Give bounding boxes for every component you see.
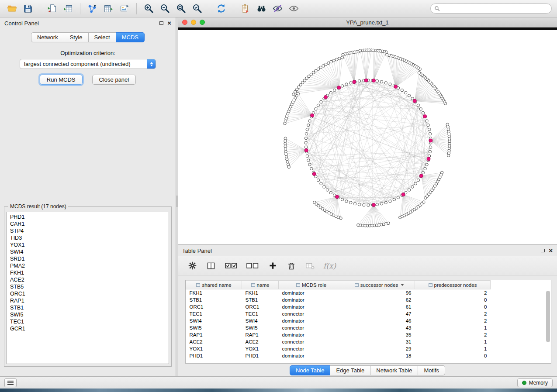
table-row[interactable]: ORC1ORC1dominator610 bbox=[186, 303, 491, 310]
network-node[interactable] bbox=[387, 222, 390, 224]
network-node[interactable] bbox=[284, 145, 287, 148]
list-item[interactable]: STB1 bbox=[10, 304, 166, 311]
network-node[interactable] bbox=[317, 179, 319, 182]
list-item[interactable]: PMA2 bbox=[10, 262, 166, 269]
list-item[interactable]: TID3 bbox=[10, 234, 166, 241]
mcds-hub-node[interactable] bbox=[336, 195, 339, 199]
network-node[interactable] bbox=[429, 132, 431, 135]
network-node[interactable] bbox=[376, 203, 378, 206]
zoom-out-icon[interactable] bbox=[158, 2, 171, 15]
list-item[interactable]: STP4 bbox=[10, 227, 166, 234]
network-node[interactable] bbox=[353, 203, 356, 205]
mcds-result-list[interactable]: PHD1CAR1STP4TID3YOX1SWI4SRD1PMA2FKH1ACE2… bbox=[7, 212, 169, 364]
show-graphics-eye-icon[interactable] bbox=[287, 2, 300, 15]
show-columns-icon[interactable] bbox=[205, 260, 217, 272]
optimization-criterion-dropdown[interactable]: largest connected component (undirected) bbox=[20, 59, 156, 69]
list-item[interactable]: ORC1 bbox=[10, 290, 166, 297]
network-node[interactable] bbox=[284, 137, 287, 140]
search-box[interactable] bbox=[430, 3, 552, 14]
column-header-mcds-role[interactable]: MCDS role bbox=[279, 281, 344, 289]
column-header-predecessor-nodes[interactable]: predecessor nodes bbox=[415, 281, 491, 289]
network-node[interactable] bbox=[349, 201, 352, 204]
network-node[interactable] bbox=[329, 91, 332, 94]
deselect-all-icon[interactable] bbox=[246, 260, 259, 272]
tab-network-table[interactable]: Network Table bbox=[370, 365, 418, 375]
network-node[interactable] bbox=[320, 182, 322, 185]
save-icon[interactable] bbox=[21, 2, 35, 15]
list-item[interactable]: RAP1 bbox=[10, 297, 166, 304]
network-node[interactable] bbox=[304, 137, 307, 140]
network-node[interactable] bbox=[358, 79, 360, 82]
network-node[interactable] bbox=[419, 108, 422, 110]
network-node[interactable] bbox=[426, 163, 428, 166]
export-image-icon[interactable] bbox=[118, 2, 131, 15]
network-node[interactable] bbox=[304, 146, 307, 148]
list-item[interactable]: ACE2 bbox=[10, 276, 166, 283]
network-node[interactable] bbox=[296, 88, 298, 91]
network-node[interactable] bbox=[428, 128, 431, 131]
close-panel-button[interactable]: Close panel bbox=[92, 75, 136, 85]
export-network-icon[interactable] bbox=[86, 2, 99, 15]
network-node[interactable] bbox=[429, 150, 431, 153]
table-row[interactable]: SWI5SWI5connector431 bbox=[186, 324, 491, 331]
network-node[interactable] bbox=[422, 111, 424, 114]
mcds-hub-node[interactable] bbox=[394, 85, 398, 89]
network-view[interactable] bbox=[178, 28, 557, 244]
search-input[interactable] bbox=[442, 6, 548, 12]
mcds-hub-node[interactable] bbox=[312, 172, 316, 176]
network-node[interactable] bbox=[284, 142, 287, 145]
network-node[interactable] bbox=[319, 66, 322, 69]
table-row[interactable]: SWI4SWI4dominator462 bbox=[186, 317, 491, 324]
network-node[interactable] bbox=[345, 83, 348, 86]
network-node[interactable] bbox=[286, 161, 289, 163]
column-header-successor-nodes[interactable]: successor nodes bbox=[344, 281, 415, 289]
list-item[interactable]: CAR1 bbox=[10, 220, 166, 227]
network-node[interactable] bbox=[308, 120, 311, 122]
network-node[interactable] bbox=[317, 104, 319, 107]
tab-node-table[interactable]: Node Table bbox=[290, 365, 331, 375]
network-node[interactable] bbox=[422, 171, 424, 174]
network-node[interactable] bbox=[307, 159, 310, 162]
mcds-hub-node[interactable] bbox=[337, 86, 341, 89]
open-file-icon[interactable] bbox=[5, 2, 18, 15]
close-panel-icon[interactable]: × bbox=[167, 21, 171, 25]
network-node[interactable] bbox=[341, 85, 343, 87]
mcds-hub-node[interactable] bbox=[401, 193, 405, 196]
network-node[interactable] bbox=[330, 60, 332, 63]
network-node[interactable] bbox=[294, 90, 297, 93]
list-item[interactable]: TEC1 bbox=[10, 318, 166, 325]
scrollbar-thumb[interactable] bbox=[546, 291, 550, 342]
memory-button[interactable]: Memory bbox=[517, 378, 553, 387]
network-node[interactable] bbox=[310, 167, 313, 170]
table-row[interactable]: ACE2ACE2connector311 bbox=[186, 338, 491, 345]
mcds-hub-node[interactable] bbox=[413, 99, 416, 103]
mcds-hub-node[interactable] bbox=[419, 174, 423, 178]
network-node[interactable] bbox=[418, 72, 420, 74]
network-node[interactable] bbox=[341, 198, 343, 201]
list-item[interactable]: SWI5 bbox=[10, 311, 166, 318]
tab-motifs[interactable]: Motifs bbox=[418, 365, 445, 375]
column-header-shared-name[interactable]: shared name bbox=[186, 281, 242, 289]
network-node[interactable] bbox=[424, 167, 426, 170]
float-panel-icon[interactable] bbox=[541, 249, 545, 252]
tab-style[interactable]: Style bbox=[64, 32, 89, 42]
zoom-fit-icon[interactable] bbox=[174, 2, 187, 15]
network-node[interactable] bbox=[335, 58, 338, 61]
network-node[interactable] bbox=[426, 120, 428, 122]
network-node[interactable] bbox=[327, 62, 330, 64]
network-node[interactable] bbox=[372, 49, 374, 52]
network-node[interactable] bbox=[315, 69, 317, 72]
network-node[interactable] bbox=[338, 57, 341, 60]
network-node[interactable] bbox=[285, 153, 287, 155]
tab-mcds[interactable]: MCDS bbox=[116, 32, 145, 42]
network-node[interactable] bbox=[284, 140, 287, 142]
network-node[interactable] bbox=[349, 82, 352, 84]
network-node[interactable] bbox=[408, 94, 410, 97]
network-node[interactable] bbox=[393, 198, 395, 201]
mcds-hub-node[interactable] bbox=[324, 95, 328, 99]
network-node[interactable] bbox=[292, 93, 295, 96]
network-node[interactable] bbox=[386, 53, 388, 56]
select-all-icon[interactable] bbox=[224, 260, 238, 272]
network-node[interactable] bbox=[308, 163, 311, 166]
share-clipboard-icon[interactable] bbox=[239, 2, 252, 15]
